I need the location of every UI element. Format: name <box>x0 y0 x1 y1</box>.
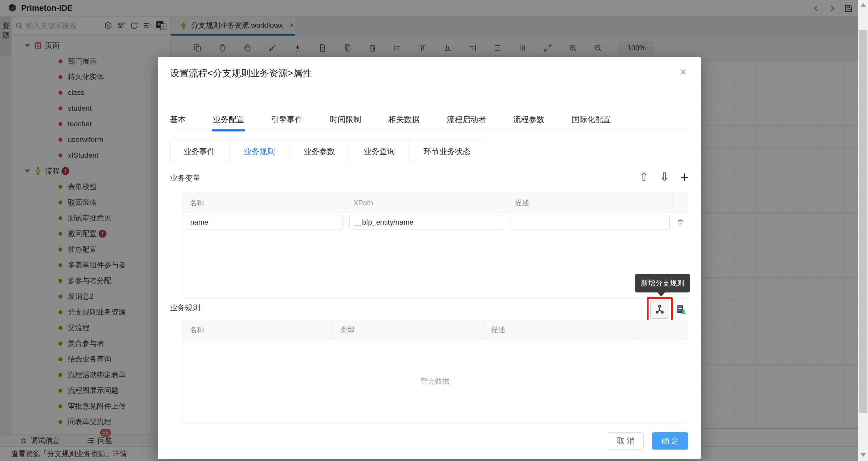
move-up-icon[interactable]: ⇧ <box>639 171 649 183</box>
subtab[interactable]: 业务参数 <box>289 140 349 163</box>
move-down-icon[interactable]: ⇩ <box>660 171 669 183</box>
variable-row <box>182 213 688 232</box>
scroll-up-icon[interactable] <box>861 3 866 7</box>
dialog-tab[interactable]: 流程参数 <box>513 114 545 125</box>
variable-desc-input[interactable] <box>511 215 670 229</box>
business-config-subtabs: 业务事件 业务规则 业务参数 业务查询 环节业务状态 <box>169 140 485 163</box>
add-variable-icon[interactable]: + <box>680 171 689 183</box>
rules-section-label: 业务规则 <box>170 303 200 313</box>
column-header: 名称 <box>182 320 333 339</box>
dialog-title: 设置流程<分支规则业务资源>属性 <box>170 67 312 80</box>
dialog-tab[interactable]: 流程启动者 <box>447 114 486 125</box>
subtab[interactable]: 业务事件 <box>169 140 229 163</box>
dialog-tab[interactable]: 基本 <box>170 114 186 125</box>
column-header: 描述 <box>507 193 673 213</box>
variable-xpath-input[interactable] <box>349 215 504 229</box>
dialog-tabs: 基本 业务配置 引擎事件 时间限制 相关数据 流程启动者 流程参数 国际化配置 <box>170 114 689 130</box>
column-header: 名称 <box>182 193 346 213</box>
dialog-tab[interactable]: 时间限制 <box>330 114 361 125</box>
variable-name-input[interactable] <box>186 215 343 229</box>
dialog-tab[interactable]: 相关数据 <box>388 114 420 125</box>
window-scrollbar[interactable] <box>858 0 868 461</box>
dialog-tab[interactable]: 国际化配置 <box>571 114 611 125</box>
dialog-tab[interactable]: 业务配置 <box>213 114 244 125</box>
subtab[interactable]: 环节业务状态 <box>409 140 485 163</box>
column-header: 描述 <box>484 320 639 339</box>
tooltip-arrow <box>657 293 665 297</box>
add-branch-rule-tooltip: 新增分支规则 <box>635 274 690 293</box>
empty-data-placeholder: 暂无数据 <box>182 339 688 423</box>
cancel-button[interactable]: 取 消 <box>608 432 644 450</box>
column-header-actions <box>639 320 687 339</box>
process-properties-dialog: 设置流程<分支规则业务资源>属性 × 基本 业务配置 引擎事件 时间限制 相关数… <box>158 57 701 459</box>
column-header-actions <box>673 193 688 213</box>
subtab[interactable]: 业务查询 <box>349 140 409 163</box>
confirm-button[interactable]: 确 定 <box>652 432 688 450</box>
dialog-tab[interactable]: 引擎事件 <box>271 114 303 125</box>
highlight-red-box <box>647 297 673 322</box>
delete-row-icon[interactable] <box>677 218 684 226</box>
scroll-down-icon[interactable] <box>861 453 866 457</box>
close-dialog-icon[interactable]: × <box>680 67 686 78</box>
scrollbar-thumb[interactable] <box>859 30 867 413</box>
variables-table: 名称 XPath 描述 <box>182 193 688 299</box>
column-header: 类型 <box>333 320 484 339</box>
column-header: XPath <box>346 193 507 213</box>
rules-table: 名称 类型 描述 暂无数据 <box>182 320 688 422</box>
variables-section-label: 业务变量 <box>170 173 200 183</box>
add-branch-rule-button[interactable] <box>650 301 669 319</box>
add-business-rule-button[interactable] <box>676 304 687 315</box>
subtab[interactable]: 业务规则 <box>229 140 289 163</box>
